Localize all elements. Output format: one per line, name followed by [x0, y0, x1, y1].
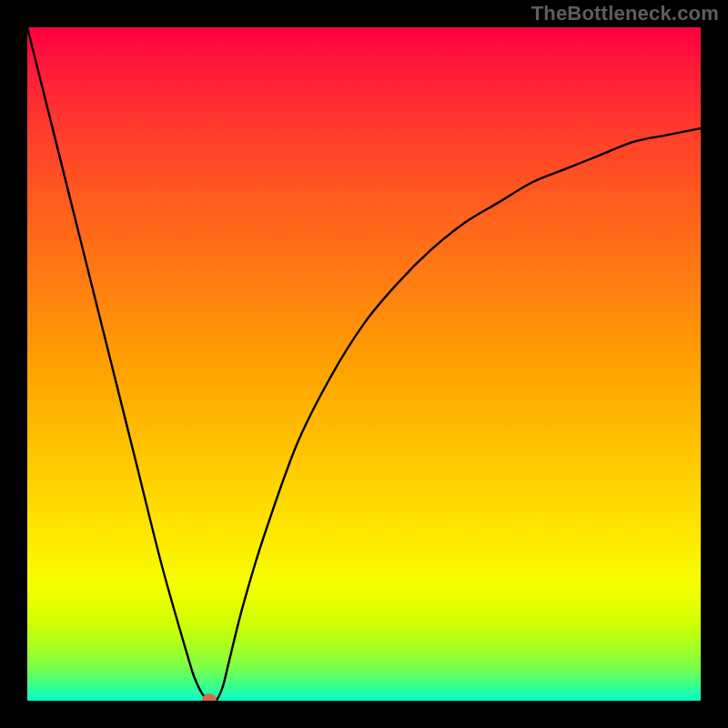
plot-area: [27, 27, 701, 701]
bottleneck-curve: [27, 27, 701, 701]
watermark-text: TheBottleneck.com: [531, 2, 719, 25]
chart-frame: TheBottleneck.com: [0, 0, 728, 728]
curve-svg: [27, 27, 701, 701]
